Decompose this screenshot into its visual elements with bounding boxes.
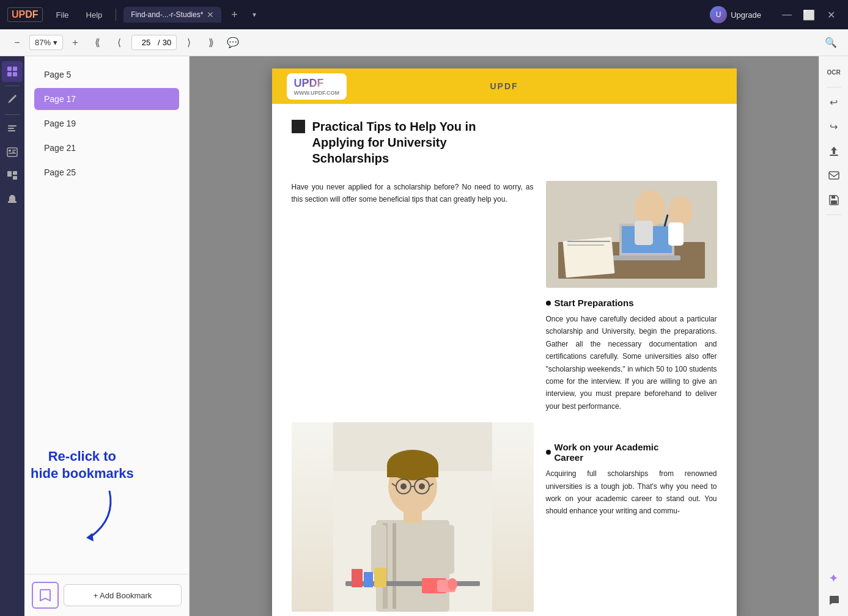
annotation-icon[interactable] [2,119,23,139]
tab-close-button[interactable]: ✕ [207,10,214,19]
zoom-in-button[interactable]: + [65,33,85,53]
nav-first-button[interactable]: ⟪ [87,33,107,53]
zoom-dropdown-icon: ▾ [53,38,57,47]
annotation-text: Re-click tohide bookmarks [31,448,134,483]
svg-rect-3 [13,72,17,76]
student-scene [292,422,534,612]
tabs-dropdown-button[interactable]: ▾ [248,8,261,21]
menu-help[interactable]: Help [80,8,109,22]
maximize-button[interactable]: ⬜ [799,6,819,23]
pdf-viewer-area[interactable]: UPDF WWW.UPDF.COM UPDF Practical Tips to… [190,56,819,616]
svg-rect-24 [567,241,610,242]
form-icon[interactable] [2,142,23,163]
start-preparations-section: Start Preparations Once you have careful… [546,298,717,413]
rotate-left-icon[interactable]: ↩ [823,91,845,113]
sidebar-item-page5[interactable]: Page 5 [34,64,179,86]
bookmark-icon-button[interactable] [32,582,59,609]
upgrade-button[interactable]: U Upgrade [704,4,767,26]
current-page-input[interactable] [137,38,155,47]
zoom-display[interactable]: 87% ▾ [29,35,63,50]
right-panel-divider-1 [827,87,841,87]
svg-rect-59 [831,196,835,199]
pdf-section-title: Practical Tips to Help You inApplying fo… [312,119,476,166]
svg-rect-5 [8,128,14,129]
sidebar-item-page19[interactable]: Page 19 [34,112,179,134]
svg-rect-14 [13,176,17,180]
zoom-level: 87% [35,38,51,47]
sidebar-item-page21[interactable]: Page 21 [34,137,179,159]
active-tab[interactable]: Find-and-...-r-Studies* ✕ [124,7,221,23]
nav-next-button[interactable]: ⟩ [179,33,199,53]
pdf-url-text: WWW.UPDF.COM [294,90,340,96]
close-button[interactable]: ✕ [821,6,841,23]
svg-rect-60 [831,200,837,204]
pdf-brand: UPDF [490,81,518,91]
svg-rect-13 [13,171,17,175]
thumbnail-view-icon[interactable] [2,61,23,82]
pdf-two-column: Have you never applied for a scholarship… [292,181,717,413]
add-bookmark-button[interactable]: + Add Bookmark [64,584,182,606]
academic-career-section: Work on your AcademicCareer Acquiring fu… [546,442,717,518]
svg-point-56 [448,578,457,590]
upload-icon[interactable] [823,140,845,162]
pdf-header: UPDF WWW.UPDF.COM UPDF [272,68,737,104]
sidebar-item-page25[interactable]: Page 25 [34,161,179,183]
stamp-icon[interactable] [2,188,23,209]
organize-icon[interactable] [2,165,23,186]
panel-divider-2 [5,114,20,115]
right-panel: OCR ↩ ↪ ✦ [819,56,848,616]
titlebar: UPDF File Help Find-and-...-r-Studies* ✕… [0,0,848,29]
svg-rect-28 [635,221,653,245]
add-tab-button[interactable]: + [226,6,243,24]
page-navigation[interactable]: / 30 [131,35,177,50]
pdf-logo: UPDF WWW.UPDF.COM [287,73,347,100]
pdf-right-column: Start Preparations Once you have careful… [546,181,717,413]
pdf-lower-right: Work on your AcademicCareer Acquiring fu… [546,422,717,616]
pdf-content: Practical Tips to Help You inApplying fo… [272,104,737,616]
svg-rect-8 [9,150,11,152]
nav-last-button[interactable]: ⟫ [201,33,221,53]
main-content: Page 5 Page 17 Page 19 Page 21 Page 25 R… [0,56,848,616]
svg-rect-0 [7,67,12,71]
minimize-button[interactable]: — [777,6,797,23]
right-panel-bottom: ✦ [823,567,845,611]
svg-rect-48 [371,525,386,574]
comment-button[interactable]: 💬 [223,33,243,53]
left-panel [0,56,24,616]
bullet1-title: Start Preparations [546,298,717,308]
right-panel-divider-2 [827,215,841,215]
ai-assistant-icon[interactable]: ✦ [823,567,845,589]
chat-icon[interactable] [823,589,845,611]
bullet1-dot [546,301,551,306]
bullet1-text: Once you have carefully decided about a … [546,313,717,413]
titlebar-separator [116,9,116,21]
edit-icon[interactable] [2,90,23,111]
svg-rect-4 [8,125,17,127]
office-image [546,181,717,288]
svg-point-27 [668,196,693,227]
svg-rect-23 [562,237,614,278]
svg-rect-39 [387,465,438,477]
svg-rect-11 [9,153,16,154]
svg-rect-22 [613,255,680,260]
zoom-out-button[interactable]: − [7,33,27,53]
upgrade-label: Upgrade [731,10,761,20]
ocr-button[interactable]: OCR [823,61,845,83]
search-button[interactable]: 🔍 [821,33,841,53]
sidebar-bottom: + Add Bookmark [24,574,189,616]
pdf-page: UPDF WWW.UPDF.COM UPDF Practical Tips to… [272,68,737,616]
nav-prev-button[interactable]: ⟨ [109,33,129,53]
svg-rect-29 [668,222,684,246]
menu-file[interactable]: File [50,8,75,22]
svg-rect-2 [7,72,12,76]
app-logo: UPDF [7,7,43,22]
email-icon[interactable] [823,164,845,186]
pdf-lower-section: Do Your Research There are various unive… [292,422,717,616]
pdf-updf-text: UPDF [294,77,324,89]
pdf-section-header: Practical Tips to Help You inApplying fo… [292,119,717,166]
svg-rect-6 [8,130,15,131]
sidebar-item-page17[interactable]: Page 17 [34,88,179,110]
save-icon[interactable] [823,189,845,211]
user-avatar: U [710,6,727,23]
rotate-right-icon[interactable]: ↪ [823,116,845,138]
